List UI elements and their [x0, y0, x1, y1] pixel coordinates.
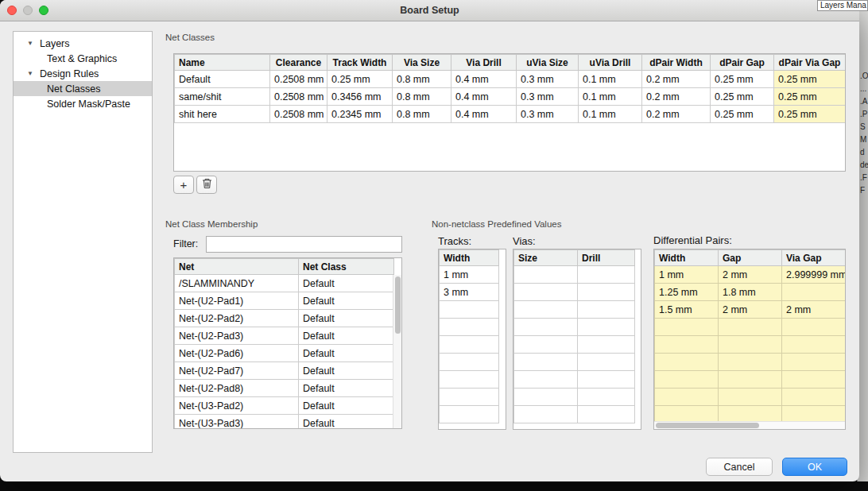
table-cell[interactable]: [514, 319, 578, 336]
table-cell[interactable]: 0.25 mm: [327, 71, 393, 88]
table-cell[interactable]: [719, 371, 782, 389]
table-row[interactable]: Net-(U2-Pad3)Default: [175, 327, 394, 345]
table-row[interactable]: [655, 354, 846, 371]
table-row[interactable]: [440, 389, 499, 406]
table-cell[interactable]: same/shit: [175, 88, 270, 106]
tracks-list[interactable]: Width 1 mm3 mm: [438, 249, 506, 430]
table-row[interactable]: [440, 371, 499, 389]
table-row[interactable]: 1.25 mm1.8 mm: [655, 284, 846, 301]
net-classes-list[interactable]: NameClearanceTrack WidthVia SizeVia Dril…: [173, 53, 846, 172]
table-cell[interactable]: 0.3 mm: [517, 71, 579, 88]
column-header[interactable]: uVia Size: [517, 55, 579, 71]
table-row[interactable]: Net-(U2-Pad7)Default: [175, 362, 394, 380]
sidebar-item-net-classes[interactable]: Net Classes: [14, 81, 152, 96]
table-row[interactable]: [514, 319, 635, 336]
column-header[interactable]: Net Class: [299, 259, 394, 275]
table-row[interactable]: [440, 354, 499, 371]
table-cell[interactable]: Net-(U3-Pad2): [175, 397, 299, 415]
differential-pairs-list[interactable]: WidthGapVia Gap 1 mm2 mm2.999999 mm1.25 …: [653, 249, 846, 430]
sidebar-item-layers[interactable]: ▼Layers: [14, 36, 152, 51]
table-cell[interactable]: Default: [299, 310, 394, 327]
table-cell[interactable]: shit here: [175, 106, 270, 123]
column-header[interactable]: Width: [655, 250, 719, 266]
table-cell[interactable]: [782, 336, 846, 354]
scrollbar-thumb[interactable]: [395, 276, 401, 334]
table-cell[interactable]: [655, 389, 719, 406]
table-row[interactable]: [655, 389, 846, 406]
table-row[interactable]: [514, 371, 635, 389]
table-row[interactable]: [655, 371, 846, 389]
table-cell[interactable]: [514, 354, 578, 371]
table-cell[interactable]: Default: [299, 345, 394, 362]
membership-scrollbar[interactable]: [393, 275, 401, 428]
table-cell[interactable]: Net-(U3-Pad3): [175, 415, 299, 430]
membership-list[interactable]: NetNet Class /SLAMMINANDYDefaultNet-(U2-…: [173, 257, 402, 429]
table-cell[interactable]: [440, 371, 499, 389]
table-cell[interactable]: [782, 354, 846, 371]
table-cell[interactable]: 0.25 mm: [774, 106, 846, 123]
table-cell[interactable]: 3 mm: [440, 284, 499, 301]
table-cell[interactable]: [578, 284, 635, 301]
column-header[interactable]: Size: [514, 250, 578, 266]
table-cell[interactable]: Default: [175, 71, 270, 88]
table-cell[interactable]: [440, 319, 499, 336]
column-header[interactable]: Width: [440, 250, 499, 266]
table-row[interactable]: 1 mm2 mm2.999999 mm: [655, 266, 846, 284]
table-row[interactable]: [440, 301, 499, 319]
table-row[interactable]: /SLAMMINANDYDefault: [175, 275, 394, 292]
delete-net-class-button[interactable]: [196, 176, 217, 194]
table-cell[interactable]: 1 mm: [655, 266, 719, 284]
table-row[interactable]: [514, 284, 635, 301]
table-cell[interactable]: 0.1 mm: [579, 88, 642, 106]
table-cell[interactable]: 0.2 mm: [642, 106, 711, 123]
table-cell[interactable]: 2 mm: [719, 301, 782, 319]
table-row[interactable]: Net-(U3-Pad2)Default: [175, 397, 394, 415]
table-row[interactable]: 3 mm: [440, 284, 499, 301]
table-cell[interactable]: [655, 319, 719, 336]
table-cell[interactable]: 0.2508 mm: [270, 106, 327, 123]
column-header[interactable]: Track Width: [327, 55, 393, 71]
add-net-class-button[interactable]: +: [173, 176, 194, 194]
table-cell[interactable]: 0.1 mm: [579, 71, 642, 88]
table-cell[interactable]: 0.3456 mm: [327, 88, 393, 106]
table-cell[interactable]: [719, 389, 782, 406]
table-cell[interactable]: 2 mm: [782, 301, 846, 319]
column-header[interactable]: dPair Via Gap: [774, 55, 846, 71]
table-cell[interactable]: 0.8 mm: [393, 71, 451, 88]
table-cell[interactable]: [719, 319, 782, 336]
table-cell[interactable]: [440, 336, 499, 354]
table-cell[interactable]: 2.999999 mm: [782, 266, 846, 284]
table-cell[interactable]: 0.25 mm: [774, 88, 846, 106]
table-row[interactable]: [514, 301, 635, 319]
column-header[interactable]: Via Drill: [451, 55, 517, 71]
table-row[interactable]: [514, 266, 635, 284]
column-header[interactable]: Name: [175, 55, 270, 71]
table-cell[interactable]: [440, 389, 499, 406]
sidebar-item-text-graphics[interactable]: Text & Graphics: [14, 51, 152, 66]
table-cell[interactable]: 0.8 mm: [393, 106, 451, 123]
table-row[interactable]: [514, 354, 635, 371]
table-cell[interactable]: 1 mm: [440, 266, 499, 284]
table-cell[interactable]: [440, 354, 499, 371]
table-cell[interactable]: 2 mm: [719, 266, 782, 284]
scrollbar-thumb[interactable]: [656, 423, 759, 428]
table-cell[interactable]: Default: [299, 380, 394, 397]
title-bar[interactable]: Board Setup: [0, 0, 859, 21]
table-cell[interactable]: [514, 301, 578, 319]
table-cell[interactable]: [782, 371, 846, 389]
table-row[interactable]: Net-(U2-Pad2)Default: [175, 310, 394, 327]
table-row[interactable]: 1 mm: [440, 266, 499, 284]
table-row[interactable]: Net-(U2-Pad1)Default: [175, 292, 394, 310]
table-cell[interactable]: 0.2 mm: [642, 71, 711, 88]
filter-input[interactable]: [206, 236, 402, 253]
table-row[interactable]: [655, 336, 846, 354]
table-cell[interactable]: [514, 284, 578, 301]
sidebar-item-solder-mask-paste[interactable]: Solder Mask/Paste: [14, 96, 152, 111]
column-header[interactable]: Via Gap: [782, 250, 846, 266]
table-row[interactable]: Net-(U3-Pad3)Default: [175, 415, 394, 430]
table-cell[interactable]: 0.25 mm: [774, 71, 846, 88]
table-row[interactable]: [655, 319, 846, 336]
table-cell[interactable]: [578, 389, 635, 406]
table-row[interactable]: same/shit0.2508 mm0.3456 mm0.8 mm0.4 mm0…: [175, 88, 846, 106]
table-cell[interactable]: 0.25 mm: [711, 106, 774, 123]
